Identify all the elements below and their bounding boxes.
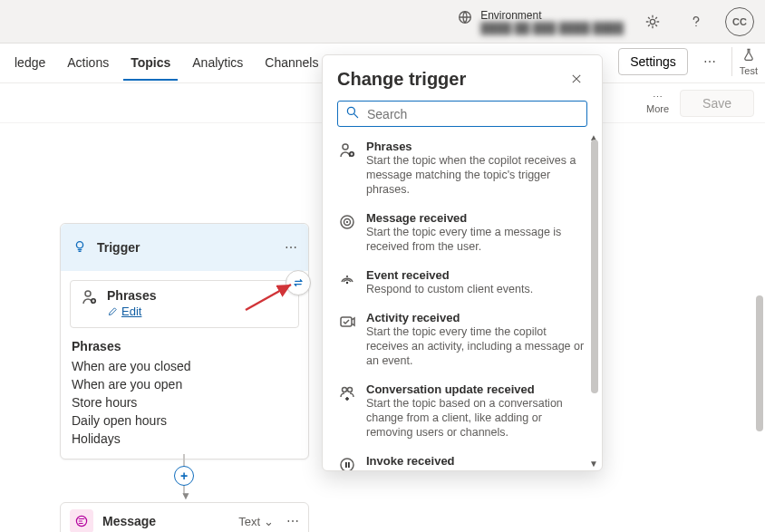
nav-tab-topics[interactable]: Topics: [123, 46, 178, 81]
phrase-item: Holidays: [72, 430, 297, 448]
option-icon: [337, 382, 357, 440]
phrases-box-title: Phrases: [107, 288, 156, 303]
trigger-node[interactable]: Trigger ⋯ Phrases Edit: [60, 223, 309, 459]
option-desc: Respond to advanced inputs, such as butt…: [366, 468, 586, 470]
canvas-more-button[interactable]: ⋯More: [646, 92, 669, 114]
option-icon: [337, 311, 357, 368]
trigger-option-message-received[interactable]: Message receivedStart the topic every ti…: [337, 204, 586, 261]
option-icon: [337, 454, 357, 470]
option-title: Message received: [366, 211, 586, 225]
svg-point-1: [650, 19, 654, 24]
nav-tab-analytics[interactable]: Analytics: [185, 46, 250, 81]
option-title: Phrases: [366, 140, 586, 153]
option-title: Activity received: [366, 311, 586, 324]
svg-rect-19: [345, 462, 347, 468]
phrases-preview: Phrases When are you closedWhen are you …: [61, 337, 308, 459]
svg-point-9: [343, 144, 348, 150]
option-desc: Start the topic every time a message is …: [366, 225, 586, 254]
trigger-bulb-icon: [72, 238, 88, 257]
option-desc: Start the topic based on a conversation …: [366, 396, 586, 440]
edit-phrases-link[interactable]: Edit: [107, 305, 141, 318]
svg-point-18: [341, 459, 353, 470]
user-avatar[interactable]: CC: [725, 7, 754, 36]
nav-tab-ledge[interactable]: ledge: [7, 46, 53, 81]
trigger-option-activity-received[interactable]: Activity receivedStart the topic every t…: [337, 304, 586, 375]
test-button[interactable]: Test: [740, 47, 758, 76]
option-title: Conversation update received: [366, 382, 586, 396]
svg-point-2: [695, 24, 696, 25]
option-title: Invoke received: [366, 454, 586, 468]
svg-point-14: [346, 282, 348, 284]
nav-tab-actions[interactable]: Actions: [60, 46, 116, 81]
phrase-item: When are you closed: [72, 357, 297, 375]
nav-more-button[interactable]: ⋯: [695, 47, 724, 76]
help-icon[interactable]: [682, 7, 711, 36]
environment-label: Environment: [480, 9, 624, 22]
trigger-search-input[interactable]: [365, 106, 579, 122]
save-button[interactable]: Save: [680, 90, 754, 117]
message-node-more[interactable]: ⋯: [286, 507, 299, 532]
option-desc: Start the topic when the copilot receive…: [366, 153, 586, 197]
close-button[interactable]: [566, 68, 587, 90]
option-title: Event received: [366, 268, 533, 282]
option-desc: Start the topic every time the copilot r…: [366, 324, 586, 368]
trigger-option-event-received[interactable]: Event receivedRespond to custom client e…: [337, 261, 586, 304]
search-icon: [345, 105, 360, 122]
phrase-item: Daily open hours: [72, 411, 297, 430]
environment-name: ████ ██ ███ ████ ████: [480, 22, 624, 34]
scrollbar-thumb[interactable]: [591, 140, 598, 393]
trigger-search[interactable]: [337, 101, 587, 127]
divider: [731, 47, 732, 76]
environment-selector[interactable]: Environment ████ ██ ███ ████ ████: [457, 9, 624, 34]
message-node-title: Message: [102, 514, 156, 528]
svg-point-4: [85, 291, 91, 296]
chevron-down-icon: ⌄: [264, 515, 274, 528]
settings-button[interactable]: Settings: [618, 48, 688, 75]
option-icon: [337, 268, 357, 296]
trigger-node-title: Trigger: [97, 240, 140, 255]
trigger-phrases-summary[interactable]: Phrases Edit: [70, 280, 299, 328]
trigger-option-phrases[interactable]: PhrasesStart the topic when the copilot …: [337, 132, 586, 204]
option-icon: [337, 211, 357, 254]
globe-icon: [457, 9, 473, 28]
scrollbar-thumb[interactable]: [756, 295, 763, 431]
person-icon: [80, 288, 98, 309]
add-node-button[interactable]: +: [174, 466, 194, 486]
canvas-scrollbar[interactable]: [756, 187, 763, 527]
svg-point-13: [346, 221, 348, 223]
phrase-item: When are you open: [72, 375, 297, 393]
trigger-node-header: Trigger ⋯: [61, 224, 308, 271]
change-trigger-button[interactable]: [286, 270, 311, 295]
connector-arrow-icon: ▼: [180, 489, 191, 502]
phrase-item: Store hours: [72, 393, 297, 411]
beaker-icon: [741, 47, 756, 63]
phrases-list-title: Phrases: [72, 339, 297, 353]
popover-scrollbar[interactable]: [591, 140, 598, 459]
trigger-option-invoke-received[interactable]: Invoke receivedRespond to advanced input…: [337, 447, 586, 470]
svg-point-17: [348, 388, 353, 392]
popover-title: Change trigger: [337, 69, 566, 90]
trigger-option-conversation-update-received[interactable]: Conversation update receivedStart the to…: [337, 375, 586, 447]
scroll-down-icon: ▼: [589, 459, 598, 469]
svg-point-3: [76, 241, 82, 247]
change-trigger-popover: Change trigger ▲ PhrasesStart the topic …: [322, 54, 603, 471]
settings-gear-icon[interactable]: [638, 7, 667, 36]
nav-tab-channels[interactable]: Channels: [257, 46, 325, 81]
option-desc: Respond to custom client events.: [366, 282, 533, 296]
svg-rect-20: [348, 462, 350, 468]
option-icon: [337, 140, 357, 197]
message-icon: [70, 509, 93, 532]
trigger-node-more[interactable]: ⋯: [285, 233, 297, 262]
app-topbar: Environment ████ ██ ███ ████ ████ CC: [0, 0, 765, 44]
message-node[interactable]: Message Text ⌄ ⋯: [60, 502, 309, 532]
svg-point-16: [343, 388, 347, 392]
message-type-dropdown[interactable]: Text ⌄: [238, 515, 274, 528]
